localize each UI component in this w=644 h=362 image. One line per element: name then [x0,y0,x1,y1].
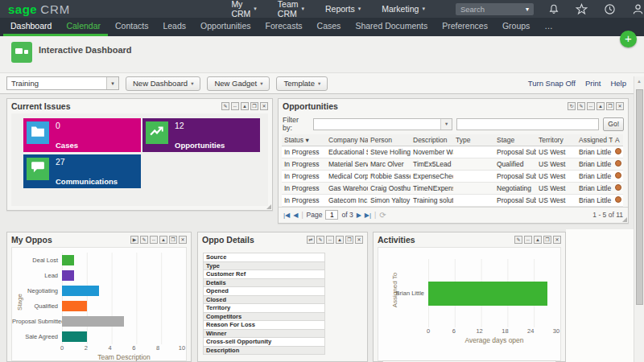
table-row[interactable]: In ProgressMedical Corp... Robbie Sasser… [282,171,623,183]
close-icon[interactable]: ✕ [553,236,561,244]
link-icon[interactable]: ⇄ [307,236,315,244]
list-item[interactable]: Type [203,262,325,271]
move-icon[interactable]: ⇔ [150,236,158,244]
tab-opportunities[interactable]: Opportunities [193,18,258,36]
col-actions[interactable]: A [613,134,623,146]
tab-dashboard[interactable]: Dashboard [3,18,59,36]
table-row[interactable]: In ProgressGas Warehou... Craig Oosthui.… [282,183,623,195]
tab-leads[interactable]: Leads [155,18,193,36]
add-gadget-plus-button[interactable]: + [620,31,637,47]
bar[interactable] [62,331,87,342]
col-type[interactable]: Type [453,134,494,146]
user-profile-icon[interactable] [632,3,644,15]
bar[interactable] [62,301,87,311]
table-row[interactable]: In ProgressGatecom Inc. Simon YaltoyTrai… [282,195,623,207]
edit-icon[interactable]: ✎ [316,236,324,244]
list-item[interactable]: Territory [203,304,325,313]
notifications-bell-icon[interactable] [548,3,559,15]
list-item[interactable]: Winner [203,330,325,339]
new-dashboard-button[interactable]: New Dashboard ▾ [126,76,200,91]
bar[interactable] [62,270,74,281]
print-link[interactable]: Print [585,79,601,88]
maximize-icon[interactable]: ❐ [169,236,177,244]
move-icon[interactable]: ⇔ [326,236,334,244]
close-icon[interactable]: ✕ [179,236,187,244]
maximize-icon[interactable]: ❐ [606,102,614,110]
new-gadget-button[interactable]: New Gadget ▾ [207,76,270,91]
record-action-icon[interactable] [615,160,621,167]
edit-icon[interactable]: ✎ [140,236,148,244]
menu-reports[interactable]: Reports ▾ [325,0,361,19]
tab-preferences[interactable]: Preferences [435,18,495,36]
bar[interactable] [428,282,547,306]
filter-select[interactable]: ▾ [313,118,452,130]
list-item[interactable]: Cross-sell Opportunity [203,338,325,347]
refresh-icon[interactable]: ↻ [568,102,576,110]
edit-icon[interactable]: ✎ [514,236,522,244]
cases-tile[interactable]: 0 Cases [23,118,141,152]
play-icon[interactable]: ▶ [130,236,138,244]
scroll-up-icon[interactable]: ▲ [634,76,644,84]
list-item[interactable]: Source [203,253,325,262]
col-person[interactable]: Person [368,134,411,146]
collapse-icon[interactable]: ▲ [336,236,344,244]
edit-icon[interactable]: ✎ [221,102,229,110]
resize-handle[interactable] [266,204,271,209]
filter-search-input[interactable] [456,118,599,130]
bar[interactable] [62,316,124,327]
template-button[interactable]: Template ▾ [276,76,328,91]
list-item[interactable]: Reason For Loss [203,321,325,330]
tab-calendar[interactable]: Calendar [59,18,108,36]
tab-more[interactable]: … [537,18,560,36]
table-row[interactable]: In ProgressEducational S... Steve Hollin… [282,146,623,158]
col-stage[interactable]: Stage [494,134,536,146]
maximize-icon[interactable]: ❐ [543,236,551,244]
collapse-icon[interactable]: ▲ [241,102,249,110]
menu-team-crm[interactable]: Team CRM ▾ [278,0,304,19]
bar[interactable] [62,286,99,296]
record-action-icon[interactable] [615,172,621,179]
turn-snap-off-link[interactable]: Turn Snap Off [528,79,576,88]
previous-page-icon[interactable]: ◀ [293,212,298,219]
record-action-icon[interactable] [615,184,621,191]
search-input[interactable]: Search ▾ [456,3,534,15]
col-territory[interactable]: Territory [536,134,576,146]
list-item[interactable]: Description [203,347,325,356]
move-icon[interactable]: ⇔ [524,236,532,244]
record-action-icon[interactable] [615,148,621,154]
first-page-icon[interactable]: |◀ [283,212,290,219]
list-item[interactable]: Customer Ref [203,270,325,279]
col-description[interactable]: Description [411,134,453,146]
move-icon[interactable]: ⇔ [587,102,595,110]
vertical-scrollbar[interactable]: ▲ [634,76,644,362]
collapse-icon[interactable]: ▲ [534,236,542,244]
tab-groups[interactable]: Groups [495,18,537,36]
communications-tile[interactable]: 27 Communications [23,154,141,188]
menu-my-crm[interactable]: My CRM ▾ [231,0,256,19]
list-item[interactable]: Details [203,279,325,288]
tab-contacts[interactable]: Contacts [108,18,155,36]
list-item[interactable]: Closed [203,296,325,305]
favorites-star-icon[interactable] [576,3,588,15]
maximize-icon[interactable]: ❐ [250,102,258,110]
move-icon[interactable]: ⇔ [231,102,239,110]
list-item[interactable]: Competitors [203,313,325,322]
close-icon[interactable]: ✕ [355,236,363,244]
go-button[interactable]: Go! [603,117,624,131]
tab-forecasts[interactable]: Forecasts [258,18,310,36]
collapse-icon[interactable]: ▲ [159,236,167,244]
bar[interactable] [62,255,74,265]
refresh-spinner-icon[interactable]: ⟳ [379,211,386,220]
dashboard-select[interactable]: Training ▾ [6,76,119,90]
resize-handle[interactable] [622,217,627,222]
menu-marketing[interactable]: Marketing ▾ [382,0,425,19]
close-icon[interactable]: ✕ [616,102,624,110]
opportunities-tile[interactable]: 12 Opportunities [142,118,260,152]
scrollbar-thumb[interactable] [636,89,643,305]
recent-clock-icon[interactable] [604,3,616,15]
collapse-icon[interactable]: ▲ [597,102,605,110]
table-row[interactable]: In ProgressMaterial Servi... Marc OlverT… [282,158,623,171]
tab-shared-documents[interactable]: Shared Documents [348,18,435,36]
edit-icon[interactable]: ✎ [577,102,585,110]
close-icon[interactable]: ✕ [260,102,268,110]
